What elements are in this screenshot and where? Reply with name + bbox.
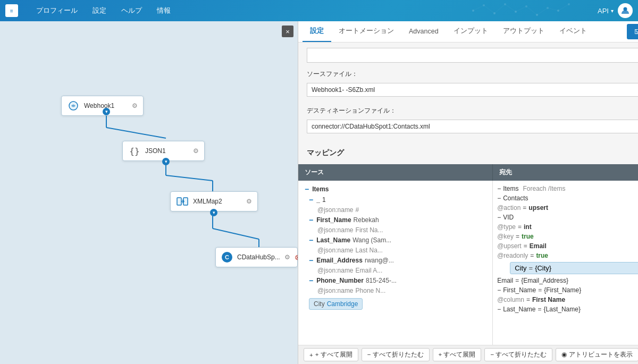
- dest-lastname-collapse[interactable]: −: [497, 306, 501, 313]
- expand-dest-button[interactable]: + すべて展開: [433, 348, 482, 361]
- svg-line-23: [166, 175, 213, 181]
- source-file-select-wrap: Webhook1- -S6Zb.xml ▾: [307, 83, 638, 97]
- node-cdatahub[interactable]: C CDataHubSp... ⚙ ⊗: [215, 247, 298, 267]
- source-lastname-label: Last_Name: [316, 236, 350, 244]
- dest-key-eq: =: [516, 233, 519, 240]
- source-item1-attr: @json:name: [317, 206, 354, 214]
- source-phone-row: − Phone_Number 815-245-...: [298, 275, 492, 286]
- tab-input[interactable]: インプット: [446, 21, 496, 42]
- svg-line-17: [548, 8, 558, 11]
- source-lastname-attr-val: Last Na...: [356, 247, 383, 254]
- dest-contacts-row: − Contacts: [493, 193, 638, 203]
- node-xmlmap2-label: XMLMap2: [193, 198, 242, 205]
- dest-vid-collapse[interactable]: −: [497, 214, 501, 221]
- expand-source-label: + すべて展開: [315, 351, 352, 359]
- svg-line-16: [537, 8, 548, 15]
- dest-vid-label: VID: [503, 214, 514, 221]
- source-item1-row: − _ 1: [298, 194, 492, 205]
- dest-city-eq: =: [529, 264, 533, 272]
- collapse-source-button[interactable]: − すべて折りたたむ: [362, 348, 430, 361]
- tab-advanced[interactable]: Advanced: [401, 22, 446, 41]
- source-file-select-row: Webhook1- -S6Zb.xml ▾: [307, 83, 638, 97]
- node-xmlmap2-gear[interactable]: ⚙: [246, 198, 252, 205]
- dest-action-row: @action = upsert: [493, 203, 638, 213]
- nav-info[interactable]: 情報: [149, 0, 178, 21]
- node-cdatahub-gear[interactable]: ⚙: [284, 253, 290, 261]
- tab-automation[interactable]: オートメーション: [331, 21, 401, 42]
- main-layout: × Webhook1 ⚙ ▾: [0, 21, 638, 364]
- source-phone-val: 815-245-...: [366, 277, 397, 284]
- right-panel: 設定 オートメーション Advanced インプット アウトプット イベント 🖫…: [298, 21, 638, 364]
- node-json1-label: JSON1: [145, 147, 189, 155]
- dest-vid-row: − VID: [493, 213, 638, 222]
- source-bottom-buttons: + + すべて展開 − すべて折りたたむ: [304, 348, 430, 361]
- source-firstname-attr-row: @json:name First Na...: [298, 225, 492, 235]
- dest-firstname-val: {First_Name}: [544, 286, 581, 294]
- mapping-body: − Items − _ 1 @json:name #: [298, 181, 638, 345]
- source-email-attr-val: Email A...: [356, 267, 383, 274]
- logo: ≡: [5, 4, 18, 17]
- source-phone-label: Phone_Number: [316, 277, 364, 284]
- xmlmap2-bottom-dot: ▾: [210, 209, 217, 216]
- show-attr-label: ◉ アトリビュートを表示: [561, 351, 632, 359]
- show-attr-button[interactable]: ◉ アトリビュートを表示: [556, 348, 638, 361]
- source-lastname-row: − Last_Name Wang (Sam...: [298, 235, 492, 246]
- source-phone-attr: @json:name: [317, 287, 354, 294]
- dest-lastname-row: − Last_Name = {Last_Name}: [493, 304, 638, 314]
- source-item1-collapse[interactable]: −: [309, 196, 313, 204]
- dest-file-select-wrap: connector://CDataHubSpot1:Contacts.xml ▾: [307, 120, 638, 133]
- mapping-title: マッピング: [307, 148, 638, 158]
- expand-source-button[interactable]: + + すべて展開: [304, 348, 358, 361]
- dest-upsert-val: Email: [530, 242, 547, 250]
- node-webhook1-gear[interactable]: ⚙: [132, 102, 138, 109]
- dest-key-label: @key: [497, 233, 514, 240]
- source-lastname-attr: @json:name: [317, 247, 354, 254]
- dest-contacts-collapse[interactable]: −: [497, 194, 501, 202]
- node-cdatahub-delete[interactable]: ⊗: [295, 253, 298, 261]
- dest-lastname-val: {Last_Name}: [544, 306, 581, 313]
- topnav-right: API ▾: [598, 3, 633, 18]
- node-cdatahub-label: CDataHubSp...: [237, 253, 280, 261]
- source-email-collapse[interactable]: −: [309, 256, 313, 265]
- canvas-close-button[interactable]: ×: [282, 26, 293, 37]
- dest-column-eq: =: [526, 296, 530, 303]
- source-file-row: ソースファイル：: [307, 70, 638, 79]
- cdatahub-icon: C: [221, 251, 233, 264]
- source-email-row: − Email_Address rwang@...: [298, 255, 492, 266]
- user-avatar[interactable]: [618, 3, 633, 18]
- collapse-source-label: − すべて折りたたむ: [367, 351, 424, 359]
- save-icon: 🖫: [634, 28, 638, 36]
- expand-source-icon: +: [309, 352, 313, 358]
- source-lastname-collapse[interactable]: −: [309, 236, 313, 244]
- nav-help[interactable]: ヘルプ: [114, 0, 149, 21]
- source-item1-attr-val: #: [356, 206, 359, 214]
- collapse-dest-button[interactable]: − すべて折りたたむ: [484, 348, 552, 361]
- source-firstname-collapse[interactable]: −: [309, 216, 313, 224]
- dest-key-row: @key = true: [493, 232, 638, 241]
- dest-action-eq: =: [523, 204, 526, 211]
- save-button[interactable]: 🖫 変更を保存: [627, 24, 638, 39]
- api-menu[interactable]: API ▾: [598, 7, 614, 15]
- source-lastname-val: Wang (Sam...: [352, 236, 391, 244]
- dest-action-val: upsert: [528, 204, 548, 211]
- dest-firstname-collapse[interactable]: −: [497, 286, 501, 294]
- dest-items-collapse[interactable]: −: [497, 185, 501, 192]
- tab-output[interactable]: アウトプット: [496, 21, 552, 42]
- mapping-header: ソース 宛先: [298, 164, 638, 181]
- nav-profile[interactable]: プロフィール: [29, 0, 85, 21]
- dest-email-eq: =: [515, 277, 519, 284]
- source-items-collapse[interactable]: −: [305, 185, 309, 193]
- description-textarea[interactable]: [307, 48, 638, 63]
- tab-event[interactable]: イベント: [552, 21, 594, 42]
- dest-lastname-eq: =: [538, 306, 542, 313]
- source-item1-label: _: [316, 196, 320, 204]
- nav-settings[interactable]: 設定: [85, 0, 114, 21]
- dest-email-label: Email: [497, 277, 513, 284]
- webhook1-bottom-dot: ▾: [103, 108, 110, 115]
- col-dest-header: 宛先: [493, 164, 638, 181]
- tab-settings[interactable]: 設定: [303, 21, 331, 42]
- source-firstname-val: Rebekah: [354, 216, 379, 224]
- mapping-source-column: − Items − _ 1 @json:name #: [298, 181, 493, 345]
- source-phone-collapse[interactable]: −: [309, 276, 313, 285]
- node-json1-gear[interactable]: ⚙: [193, 147, 199, 155]
